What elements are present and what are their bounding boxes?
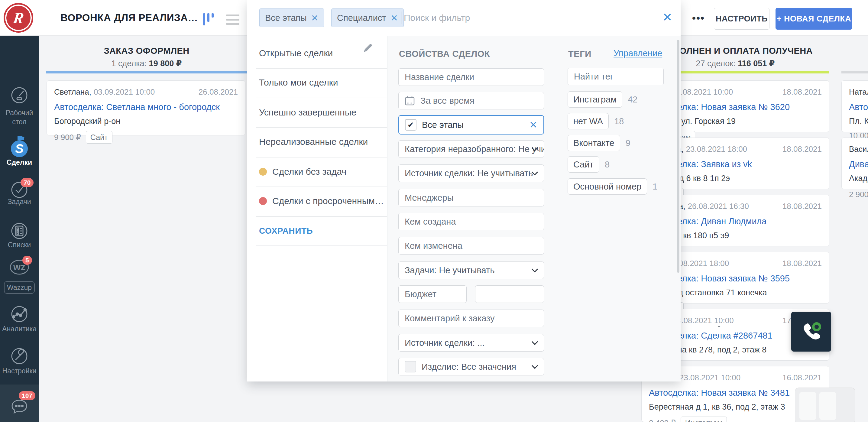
app-logo[interactable]: R [4, 3, 33, 33]
tasks-badge: 70 [21, 178, 34, 187]
analytics-icon [10, 305, 28, 323]
changed-by-input[interactable]: Кем изменена [398, 237, 544, 254]
chevron-down-icon [532, 338, 538, 345]
sidebar-label-settings[interactable]: Настройки [0, 366, 39, 375]
text-caret [401, 11, 401, 24]
budget-to-input[interactable] [475, 285, 544, 303]
wazzup-badge: 5 [22, 256, 32, 265]
configure-button[interactable]: НАСТРОИТЬ [714, 8, 770, 30]
deal-card[interactable]: Наталья,23.08.2021 10:00 Автосделка: Зая… [841, 81, 868, 132]
panel-scrollbar[interactable] [677, 40, 679, 273]
save-filter-button[interactable]: СОХРАНИТЬ [259, 226, 313, 236]
stages-field[interactable]: ✔ Все этапы ✕ [398, 115, 544, 134]
deal-link[interactable]: Автосделка: Заявка [849, 102, 868, 112]
sidebar-item-settings[interactable] [0, 347, 39, 366]
sidebar-label-desktop[interactable]: Рабочий стол [0, 108, 39, 126]
chat-launcher-ghost[interactable] [795, 388, 855, 422]
deal-name-input[interactable]: Название сделки [398, 68, 544, 86]
preset-no-tasks[interactable]: Сделки без задач [247, 163, 388, 180]
tag-instagram[interactable]: Инстаграм [567, 91, 622, 108]
column-bar [841, 71, 868, 73]
deals-icon: S [10, 136, 29, 158]
tag-no-wa[interactable]: нет WA [567, 113, 609, 129]
more-options-button[interactable]: ••• [692, 0, 705, 36]
lists-icon [10, 222, 28, 240]
phone-icon [799, 319, 824, 344]
filter-chip-stages[interactable]: Все этапы ✕ [259, 8, 324, 27]
created-by-input[interactable]: Кем создана [398, 213, 544, 230]
managers-input[interactable]: Менеджеры [398, 189, 544, 207]
phone-call-widget[interactable] [791, 312, 831, 352]
funnel-view-icon[interactable] [203, 13, 217, 26]
order-comment-input[interactable]: Комментарий к заказу [398, 309, 544, 327]
list-view-icon[interactable] [226, 14, 240, 27]
chevron-down-icon [532, 362, 538, 369]
clear-stages-icon[interactable]: ✕ [529, 119, 537, 130]
preset-open-deals[interactable]: Открытые сделки [247, 45, 388, 62]
yellow-dot-icon [259, 168, 267, 176]
budget-range-dash: - [717, 321, 720, 331]
deal-tag: Сайт [86, 131, 113, 144]
deal-link[interactable]: Автосделка: Светлана много - богородск [54, 102, 238, 112]
product-select[interactable]: Изделие: Все значения [398, 358, 544, 375]
sidebar-item-analytics[interactable] [0, 305, 39, 324]
dashboard-icon [10, 86, 28, 104]
preset-overdue[interactable]: Сделки с просроченным… [247, 192, 388, 210]
new-deal-button[interactable]: + НОВАЯ СДЕЛКА [776, 8, 852, 30]
wazzup-label-chip[interactable]: Wazzup [4, 281, 35, 294]
chat-badge: 107 [19, 391, 35, 400]
unsorted-category-select[interactable]: Категория неразобранного: Не учи… [398, 140, 544, 158]
chat-icon [10, 398, 29, 415]
filter-chip-specialist[interactable]: Специалист ✕ [331, 8, 404, 27]
calendar-icon [405, 95, 415, 106]
sidebar-label-deals[interactable]: Сделки [0, 158, 39, 167]
settings-icon [10, 347, 28, 365]
tags-title: ТЕГИ [568, 49, 591, 59]
preset-successful[interactable]: Успешно завершенные [247, 104, 388, 121]
sidebar-item-chat[interactable]: 107 [0, 398, 39, 417]
sidebar-item-wazzup[interactable]: WZ 5 [0, 259, 39, 276]
svg-text:S: S [15, 142, 24, 156]
deal-card[interactable]: Светлана,03.09.2021 10:00 26.08.2021 Авт… [46, 81, 245, 135]
deal-card[interactable]: Василий Диван Василий Академика 2 900 ₽ … [841, 138, 868, 189]
deal-source2-select[interactable]: Источник сделки: ... [398, 334, 544, 352]
manage-tags-link[interactable]: Управление [614, 48, 662, 58]
chip-remove-icon[interactable]: ✕ [311, 13, 318, 23]
filter-presets: Открытые сделки Только мои сделки Успешн… [247, 36, 388, 382]
preset-only-my-deals[interactable]: Только мои сделки [247, 74, 388, 91]
sidebar-item-desktop[interactable] [0, 86, 39, 105]
svg-text:WZ: WZ [13, 263, 26, 272]
tasks-select[interactable]: Задачи: Не учитывать [398, 262, 544, 279]
chevron-down-icon [532, 266, 538, 272]
sidebar-label-tasks[interactable]: Задачи [0, 197, 39, 206]
deal-source-select[interactable]: Источник сделки: Не учитывать [398, 164, 544, 182]
tag-site[interactable]: Сайт [567, 156, 599, 173]
properties-title: СВОЙСТВА СДЕЛОК [399, 49, 490, 59]
red-dot-icon [259, 197, 267, 205]
tag-search-input[interactable]: Найти тег [567, 68, 664, 85]
period-field[interactable]: За все время [398, 92, 544, 110]
tag-vkontakte[interactable]: Вконтакте [567, 135, 620, 151]
sidebar-label-lists[interactable]: Списки [0, 240, 39, 249]
search-input[interactable]: Поиск и фильтр [404, 8, 470, 27]
deal-tag: Инстаграм [681, 417, 727, 422]
edit-icon[interactable] [363, 43, 373, 53]
checked-checkbox[interactable]: ✔ [405, 119, 416, 130]
sidebar-item-deals[interactable]: S [0, 136, 39, 159]
chip-remove-icon[interactable]: ✕ [391, 13, 398, 23]
column-count: 1 сделка: 19 800 ₽ [46, 59, 247, 68]
unchecked-checkbox[interactable] [405, 361, 416, 372]
budget-from-input[interactable]: Бюджет [398, 285, 467, 303]
column-bar [46, 71, 247, 73]
sidebar: Рабочий стол S Сделки 70 Задачи Списки W… [0, 36, 39, 422]
filter-panel: Все этапы ✕ Специалист ✕ Поиск и фильтр … [247, 0, 681, 382]
close-panel-icon[interactable]: ✕ [658, 7, 676, 27]
column-title-order-placed: ЗАКАЗ ОФОРМЛЕН [46, 46, 247, 57]
tag-main-number[interactable]: Основной номер [567, 178, 647, 195]
preset-unrealized[interactable]: Нереализованные сделки [247, 133, 388, 150]
page-title: ВОРОНКА ДЛЯ РЕАЛИЗА… [60, 0, 198, 36]
deal-link[interactable]: Диван Василий [849, 159, 868, 169]
sidebar-label-analytics[interactable]: Аналитика [0, 324, 39, 333]
sidebar-item-lists[interactable] [0, 222, 39, 241]
